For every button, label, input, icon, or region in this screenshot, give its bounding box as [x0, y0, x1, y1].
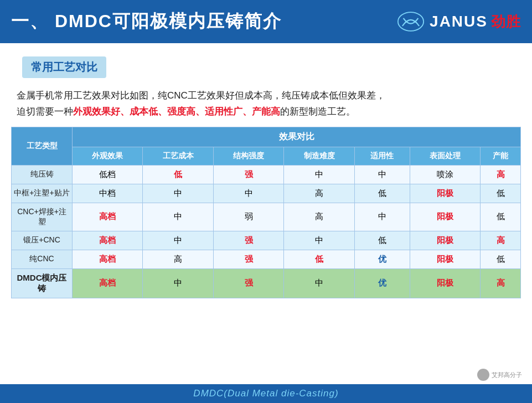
table-cell: 高: [481, 231, 521, 250]
section-bar: 常用工艺对比: [22, 56, 106, 78]
table-cell: 阳极: [410, 268, 480, 298]
table-cell: 低: [143, 165, 213, 184]
table-cell: 中: [284, 231, 354, 250]
table-row: 纯压铸低档低强中中喷涂高: [12, 165, 521, 184]
sub-header-cell: 工艺成本: [143, 147, 213, 165]
sub-header-cell: 结构强度: [213, 147, 283, 165]
header-title: 一、 DMDC可阳极模内压铸简介: [11, 9, 282, 34]
table-body: 纯压铸低档低强中中喷涂高中框+注塑+贴片中档中中高低阳极低CNC+焊接+注塑高档…: [12, 165, 521, 298]
table-cell: 低: [354, 184, 410, 203]
row-type-cell: CNC+焊接+注塑: [12, 203, 73, 231]
table-cell: 低: [354, 231, 410, 250]
table-cell: 中: [354, 203, 410, 231]
watermark-icon: [477, 369, 489, 381]
col-type-header: 工艺类型: [12, 127, 73, 165]
sub-header-row: 外观效果工艺成本结构强度制造难度适用性表面处理产能: [12, 147, 521, 165]
row-type-cell: 锻压+CNC: [12, 231, 73, 250]
intro-paragraph: 金属手机常用工艺效果对比如图，纯CNC工艺效果好但成本高，纯压铸成本低但效果差，…: [0, 84, 532, 127]
title-main: DMDC可阳极模内压铸简介: [55, 11, 282, 31]
table-cell: 优: [354, 250, 410, 268]
table-cell: 强: [213, 268, 283, 298]
row-type-cell: 中框+注塑+贴片: [12, 184, 73, 203]
table-cell: 高: [284, 184, 354, 203]
table-cell: 阳极: [410, 203, 480, 231]
table-cell: 强: [213, 250, 283, 268]
logo-icon: [397, 11, 424, 32]
table-cell: 强: [213, 231, 283, 250]
table-cell: 低: [481, 250, 521, 268]
sub-header-cell: 适用性: [354, 147, 410, 165]
table-cell: 高: [481, 268, 521, 298]
table-row: DMDC模内压铸高档中强中优阳极高: [12, 268, 521, 298]
table-cell: 中: [213, 184, 283, 203]
row-type-cell: 纯压铸: [12, 165, 73, 184]
sub-header-cell: 产能: [481, 147, 521, 165]
table-cell: 高: [481, 165, 521, 184]
table-row: 锻压+CNC高档中强中低阳极高: [12, 231, 521, 250]
svg-point-0: [398, 12, 423, 31]
title-prefix: 一、: [11, 11, 49, 31]
row-type-cell: 纯CNC: [12, 250, 73, 268]
table-cell: 中: [354, 165, 410, 184]
table-cell: 高档: [73, 250, 143, 268]
watermark: 艾邦高分子: [477, 369, 522, 381]
intro-highlight: 外观效果好、成本低、强度高、适用性广、产能高: [73, 106, 280, 117]
table-cell: 低档: [73, 165, 143, 184]
table-cell: 高档: [73, 203, 143, 231]
header: 一、 DMDC可阳极模内压铸简介 JANUS劲胜: [0, 0, 532, 43]
logo-area: JANUS劲胜: [397, 11, 521, 32]
group-header: 效果对比: [73, 127, 521, 147]
logo-text: JANUS劲胜: [430, 12, 521, 32]
intro-line2-plain2: 的新型制造工艺。: [280, 106, 355, 117]
table-cell: 中: [143, 203, 213, 231]
table-cell: 强: [213, 165, 283, 184]
table-cell: 中: [143, 184, 213, 203]
table-cell: 优: [354, 268, 410, 298]
table-cell: 中: [143, 231, 213, 250]
table-cell: 中: [284, 268, 354, 298]
table-cell: 中: [143, 268, 213, 298]
table-cell: 中: [284, 165, 354, 184]
intro-line1: 金属手机常用工艺效果对比如图，纯CNC工艺效果好但成本高，纯压铸成本低但效果差，: [17, 90, 385, 101]
footer-text: DMDC(Dual Metal die-Casting): [193, 388, 338, 399]
table-cell: 弱: [213, 203, 283, 231]
intro-line2-plain1: 迫切需要一种: [17, 106, 73, 117]
table-cell: 低: [481, 184, 521, 203]
table-cell: 高: [284, 203, 354, 231]
table-cell: 高档: [73, 268, 143, 298]
watermark-text: 艾邦高分子: [492, 371, 522, 379]
table-row: 纯CNC高档高强低优阳极低: [12, 250, 521, 268]
table-cell: 高: [143, 250, 213, 268]
table-row: 中框+注塑+贴片中档中中高低阳极低: [12, 184, 521, 203]
logo-janus: JANUS劲胜: [430, 13, 521, 30]
comparison-table: 工艺类型 效果对比 外观效果工艺成本结构强度制造难度适用性表面处理产能 纯压铸低…: [11, 127, 521, 298]
row-type-cell: DMDC模内压铸: [12, 268, 73, 298]
sub-header-cell: 制造难度: [284, 147, 354, 165]
comparison-table-wrap: 工艺类型 效果对比 外观效果工艺成本结构强度制造难度适用性表面处理产能 纯压铸低…: [0, 127, 532, 298]
sub-header-cell: 表面处理: [410, 147, 480, 165]
table-cell: 喷涂: [410, 165, 480, 184]
table-cell: 低: [284, 250, 354, 268]
table-cell: 阳极: [410, 184, 480, 203]
footer: DMDC(Dual Metal die-Casting): [0, 384, 532, 403]
table-cell: 阳极: [410, 250, 480, 268]
section-title: 常用工艺对比: [31, 61, 97, 73]
table-cell: 阳极: [410, 231, 480, 250]
table-cell: 中档: [73, 184, 143, 203]
sub-header-cell: 外观效果: [73, 147, 143, 165]
table-cell: 低: [481, 203, 521, 231]
table-row: CNC+焊接+注塑高档中弱高中阳极低: [12, 203, 521, 231]
table-cell: 高档: [73, 231, 143, 250]
